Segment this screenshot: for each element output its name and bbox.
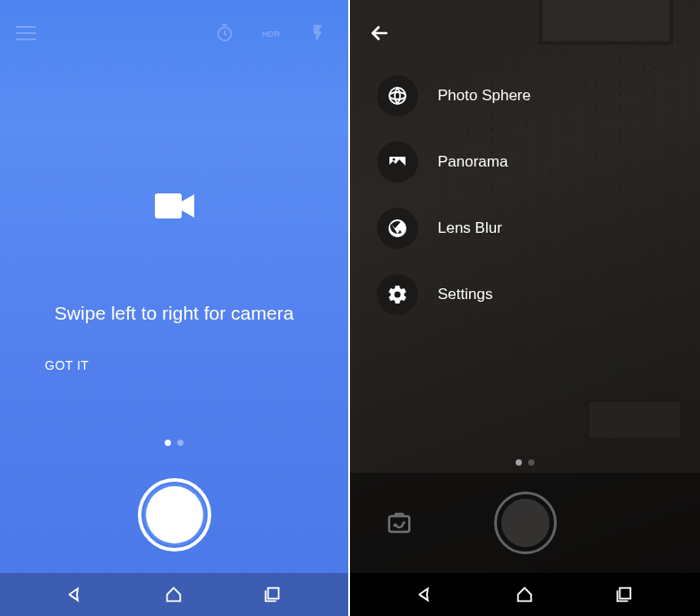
video-camera-icon [155,192,194,220]
onboarding-hint-text: Swipe left to right for camera [0,303,348,324]
svg-rect-3 [269,588,279,599]
back-nav-icon[interactable] [65,584,87,605]
home-nav-icon[interactable] [163,584,184,605]
page-dot-active [516,459,522,466]
android-navbar [0,573,348,616]
menu-item-photosphere[interactable]: Photo Sphere [370,72,538,120]
screenshot-right: Photo Sphere Panorama Lens Blur Settings [350,0,700,616]
svg-point-5 [389,92,405,99]
svg-rect-9 [619,588,630,599]
screenshot-left: HDR Swipe left to right for camera GOT I… [0,0,348,616]
home-nav-icon[interactable] [514,584,535,605]
top-toolbar: HDR [0,20,348,47]
flash-icon[interactable] [307,22,329,44]
menu-label: Lens Blur [438,219,502,237]
menu-item-settings[interactable]: Settings [370,270,538,319]
page-indicator [0,440,348,446]
page-dot-active [165,440,171,446]
page-dot [177,440,184,446]
switch-camera-icon[interactable] [386,509,413,536]
page-indicator [350,459,700,466]
shutter-bar [0,457,348,573]
svg-rect-2 [155,193,182,218]
page-dot [528,459,534,466]
onboarding-center [0,192,348,301]
menu-label: Photo Sphere [438,87,531,105]
panorama-icon [377,141,418,183]
gear-icon [377,274,418,315]
back-nav-icon[interactable] [415,584,437,605]
android-navbar [350,573,700,616]
hdr-icon[interactable]: HDR [260,22,282,44]
got-it-button[interactable]: GOT IT [45,358,89,372]
svg-point-7 [393,158,396,161]
menu-item-panorama[interactable]: Panorama [370,138,538,186]
svg-rect-8 [389,517,410,533]
lens-blur-icon [377,208,418,249]
recents-nav-icon[interactable] [613,584,635,605]
menu-label: Settings [438,286,492,304]
shutter-bar [350,473,700,573]
menu-label: Panorama [438,153,508,171]
back-arrow-button[interactable] [368,21,391,45]
photosphere-icon [377,75,418,116]
recents-nav-icon[interactable] [261,584,283,605]
menu-item-lensblur[interactable]: Lens Blur [370,204,538,252]
shutter-button[interactable] [138,478,211,552]
shutter-button[interactable] [494,492,557,554]
menu-icon[interactable] [16,26,36,40]
svg-text:HDR: HDR [262,30,280,38]
svg-point-4 [389,88,405,104]
camera-mode-menu: Photo Sphere Panorama Lens Blur Settings [370,72,538,319]
timer-icon[interactable] [214,22,235,44]
